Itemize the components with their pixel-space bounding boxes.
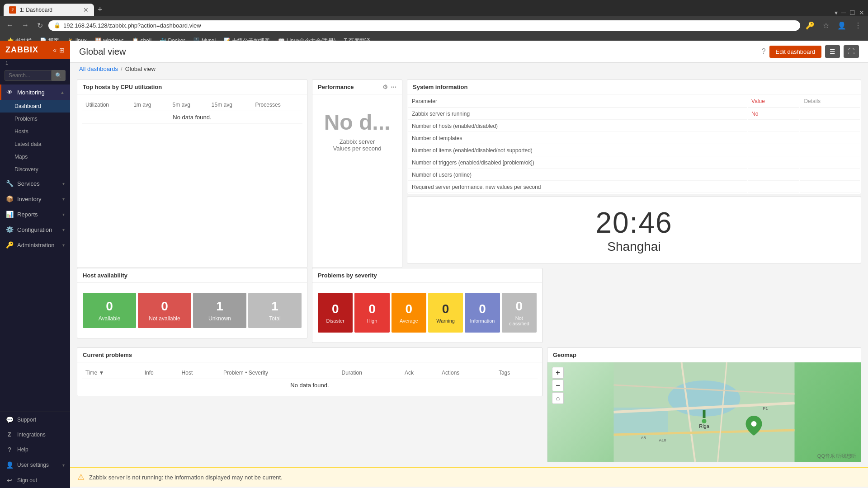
main-content: Global view ? Edit dashboard ☰ ⛶ All das… (70, 41, 868, 488)
sev-box-not-classified: 0 Not classified (502, 293, 537, 333)
sev-box-warning: 0 Warning (428, 293, 463, 333)
col-problem: Problem • Severity (220, 367, 338, 379)
sev-count-0: 0 (332, 302, 339, 316)
availability-boxes: 0 Available 0 Not available 1 Unknown (82, 287, 302, 333)
sidebar-submenu-latest-data[interactable]: Latest data (0, 138, 70, 150)
sev-box-average: 0 Average (392, 293, 426, 333)
sign-out-label: Sign out (17, 477, 37, 483)
sidebar-help[interactable]: ? Help (0, 442, 70, 457)
table-row: Number of items (enabled/disabled/not su… (408, 145, 860, 156)
collapse-icon[interactable]: « (53, 47, 57, 54)
col-1m: 1m avg (130, 99, 169, 111)
bookmark-btn[interactable]: ☆ (820, 19, 832, 32)
sidebar-integrations[interactable]: Z Integrations (0, 427, 70, 442)
minimize-btn[interactable]: ─ (841, 9, 846, 16)
system-info-widget: System information Parameter Value Detai… (407, 80, 861, 194)
geomap-zoom-out[interactable]: − (552, 380, 564, 391)
search-btn[interactable]: 🔍 (52, 70, 66, 81)
sev-box-high: 0 High (354, 293, 389, 333)
tab-close-btn[interactable]: ✕ (83, 6, 89, 14)
avail-count-1: 0 (161, 299, 168, 314)
list-view-btn[interactable]: ☰ (825, 45, 840, 58)
refresh-btn[interactable]: ↻ (34, 19, 46, 32)
sysinfo-details-1 (800, 121, 860, 132)
extensions-btn[interactable]: 🔑 (803, 19, 817, 32)
sidebar-submenu-problems[interactable]: Problems (0, 113, 70, 125)
sysinfo-value-2 (748, 133, 799, 144)
geomap-widget: Geomap + − ⌂ (547, 347, 861, 462)
performance-settings-icon[interactable]: ⚙ (382, 84, 388, 90)
user-number: 1 (0, 59, 70, 66)
breadcrumb: All dashboards / Global view (70, 63, 868, 75)
reports-icon: 📊 (5, 211, 14, 218)
row-1: Top hosts by CPU utilization Utilization… (70, 75, 868, 266)
geomap-home[interactable]: ⌂ (552, 392, 564, 404)
current-problems-body: Time ▼ Info Host Problem • Severity Dura… (77, 362, 542, 396)
restore-btn[interactable]: ☐ (849, 9, 855, 16)
monitoring-label: Monitoring (17, 89, 45, 96)
browser-tab-active[interactable]: Z 1: Dashboard ✕ (4, 4, 94, 16)
sysinfo-value-3 (748, 145, 799, 156)
support-icon: 💬 (5, 416, 14, 423)
services-label: Services (17, 180, 40, 187)
map-background: Riga A8 A10 P1 QQ音乐 听我想听 (547, 362, 861, 462)
reports-label: Reports (17, 211, 38, 218)
back-btn[interactable]: ← (4, 19, 16, 31)
sidebar-search-container: 🔍 (0, 66, 70, 84)
tab-dropdown-btn[interactable]: ▾ (835, 9, 838, 16)
sysinfo-col-value: Value (748, 95, 799, 108)
row-2: Host availability 0 Available 0 Not (70, 266, 868, 345)
layout-icon[interactable]: ⊞ (59, 47, 65, 54)
sidebar-submenu-maps[interactable]: Maps (0, 150, 70, 163)
help-question-icon[interactable]: ? (762, 47, 766, 56)
close-window-btn[interactable]: ✕ (859, 9, 864, 16)
sidebar-item-services[interactable]: 🔧 Services ▾ (0, 176, 70, 191)
sidebar-item-configuration[interactable]: ⚙️ Configuration ▾ (0, 222, 70, 237)
main-header: Global view ? Edit dashboard ☰ ⛶ (70, 41, 868, 63)
user-settings-icon: 👤 (5, 461, 14, 469)
sysinfo-details-5 (800, 169, 860, 181)
address-bar[interactable]: 🔒 192.168.245.128/zabbix.php?action=dash… (48, 20, 800, 31)
sidebar-item-inventory[interactable]: 📦 Inventory ▾ (0, 191, 70, 206)
help-icon: ? (5, 446, 14, 453)
col-info: Info (141, 367, 178, 379)
search-input[interactable] (5, 70, 52, 81)
table-row: Number of hosts (enabled/disabled) (408, 121, 860, 132)
menu-btn[interactable]: ⋮ (852, 19, 864, 32)
geomap-header: Geomap (547, 348, 861, 362)
host-availability-col: Host availability 0 Available 0 Not (75, 266, 310, 345)
sidebar-submenu-dashboard[interactable]: Dashboard (0, 100, 70, 113)
new-tab-btn[interactable]: + (94, 3, 106, 16)
geomap-zoom-in[interactable]: + (552, 367, 564, 379)
clock-city: Shanghai (607, 239, 660, 254)
sidebar-submenu-hosts[interactable]: Hosts (0, 125, 70, 138)
forward-btn[interactable]: → (19, 19, 32, 31)
sev-count-5: 0 (516, 299, 523, 314)
sev-count-3: 0 (442, 302, 449, 316)
avail-count-3: 1 (271, 299, 278, 314)
fullscreen-btn[interactable]: ⛶ (844, 45, 859, 58)
col-time[interactable]: Time ▼ (82, 367, 141, 379)
browser-chrome: Z 1: Dashboard ✕ + ▾ ─ ☐ ✕ ← → ↻ 🔒 192.1… (0, 0, 868, 41)
sidebar-item-reports[interactable]: 📊 Reports ▾ (0, 206, 70, 222)
performance-more-icon[interactable]: ⋯ (391, 84, 396, 90)
table-row: Number of users (online) (408, 169, 860, 181)
svg-text:A10: A10 (659, 438, 666, 442)
sidebar-support[interactable]: 💬 Support (0, 412, 70, 427)
row-3: Current problems Time ▼ Info (70, 345, 868, 467)
integrations-label: Integrations (17, 432, 46, 438)
breadcrumb-parent[interactable]: All dashboards (79, 66, 118, 72)
sysinfo-details-3 (800, 145, 860, 156)
edit-dashboard-btn[interactable]: Edit dashboard (769, 46, 821, 58)
sidebar-sign-out[interactable]: ↩ Sign out (0, 473, 70, 488)
sidebar-item-administration[interactable]: 🔑 Administration ▾ (0, 237, 70, 253)
host-avail-header: Host availability (77, 268, 307, 283)
breadcrumb-separator: / (121, 66, 123, 72)
sidebar-user-settings[interactable]: 👤 User settings ▾ (0, 457, 70, 473)
problems-sev-header: Problems by severity (312, 268, 542, 283)
host-availability-widget: Host availability 0 Available 0 Not (77, 268, 307, 338)
browser-tabs: Z 1: Dashboard ✕ + ▾ ─ ☐ ✕ (0, 0, 868, 16)
profile-btn[interactable]: 👤 (835, 19, 849, 32)
sidebar-item-monitoring[interactable]: 👁 Monitoring ▲ (0, 84, 70, 100)
sidebar-submenu-discovery[interactable]: Discovery (0, 163, 70, 176)
